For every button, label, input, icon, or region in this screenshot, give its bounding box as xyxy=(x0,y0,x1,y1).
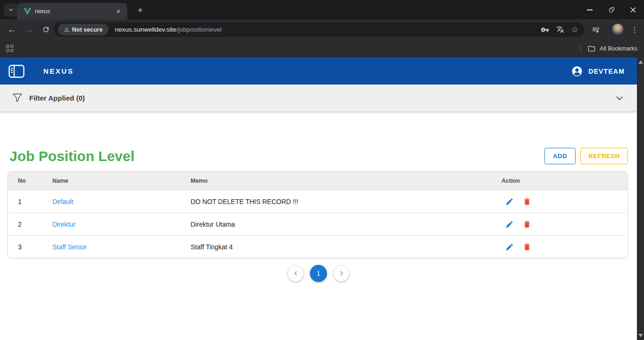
user-menu-button[interactable]: DEVTEAM xyxy=(571,66,625,77)
edit-button[interactable] xyxy=(505,220,514,229)
sidebar-toggle-button[interactable] xyxy=(6,62,27,81)
browser-menu-button[interactable]: ⋮ xyxy=(628,19,641,40)
cell-name-link[interactable]: Direktur xyxy=(52,221,191,228)
window-minimize-button[interactable] xyxy=(579,0,601,19)
filter-label: Filter Applied (0) xyxy=(29,94,85,102)
bookmark-star-button[interactable]: ☆ xyxy=(571,25,578,34)
cell-memo: DO NOT DELETE THIS RECORD !!! xyxy=(191,198,502,205)
trash-icon xyxy=(523,220,531,229)
restore-icon xyxy=(609,7,614,12)
window-restore-button[interactable] xyxy=(601,0,622,19)
window-controls xyxy=(579,0,644,19)
filter-expand-chevron-icon[interactable] xyxy=(614,93,625,103)
filter-bar[interactable]: Filter Applied (0) xyxy=(0,85,637,112)
table-row: 2 Direktur Direktur Utama xyxy=(8,212,627,235)
sidebar-panel-icon xyxy=(8,65,25,78)
edit-button[interactable] xyxy=(505,243,514,251)
refresh-button[interactable]: REFRESH xyxy=(580,148,628,164)
user-name: DEVTEAM xyxy=(588,68,625,75)
translate-button[interactable] xyxy=(556,26,564,34)
pagination-page-1-button[interactable]: 1 xyxy=(310,265,327,282)
pagination: 1 xyxy=(0,265,637,282)
delete-button[interactable] xyxy=(523,197,531,206)
table-row: 3 Staff Senior Staff Tingkat 4 xyxy=(8,235,627,258)
delete-button[interactable] xyxy=(523,220,531,229)
new-tab-button[interactable]: + xyxy=(134,4,146,17)
chevron-left-icon xyxy=(292,270,300,277)
all-bookmarks-button[interactable]: All Bookmarks xyxy=(580,40,637,58)
folder-icon xyxy=(588,45,595,52)
apps-grid-icon[interactable] xyxy=(6,45,14,52)
column-header-no: No xyxy=(18,178,52,184)
chevron-right-icon xyxy=(338,270,345,277)
browser-toolbar: ← → ⚠ Not secure nexus.sunwelldev.site/j… xyxy=(0,19,644,40)
trash-icon xyxy=(523,243,531,251)
column-header-memo: Memo xyxy=(191,178,502,184)
bookmarks-divider xyxy=(580,45,581,53)
cell-name-link[interactable]: Default xyxy=(52,198,191,205)
cell-no: 2 xyxy=(18,221,52,228)
translate-icon xyxy=(556,26,564,34)
address-bar[interactable]: ⚠ Not secure nexus.sunwelldev.site/jobpo… xyxy=(54,22,584,37)
bookmarks-bar: All Bookmarks xyxy=(0,40,644,58)
tab-title: nexus xyxy=(35,8,114,15)
tab-close-icon[interactable]: × xyxy=(114,7,123,16)
password-key-button[interactable] xyxy=(541,26,549,34)
url-path: /jobpositionlevel xyxy=(176,26,222,33)
page-viewport: NEXUS DEVTEAM Filter Applied (0) Job P xyxy=(0,58,644,340)
pagination-prev-button[interactable] xyxy=(288,266,303,281)
column-header-action: Action xyxy=(502,178,627,184)
chevron-down-icon xyxy=(8,7,14,13)
add-button[interactable]: ADD xyxy=(544,148,576,164)
security-chip[interactable]: ⚠ Not secure xyxy=(58,24,109,35)
security-chip-label: Not secure xyxy=(72,26,103,33)
cell-no: 3 xyxy=(18,243,52,251)
edit-button[interactable] xyxy=(505,197,514,206)
reload-button[interactable] xyxy=(38,19,54,40)
queue-music-icon xyxy=(592,26,600,34)
queue-music-extension-button[interactable] xyxy=(592,26,600,34)
all-bookmarks-label: All Bookmarks xyxy=(600,45,637,52)
back-button[interactable]: ← xyxy=(4,19,20,40)
cell-name-link[interactable]: Staff Senior xyxy=(52,243,191,251)
scroll-up-arrow-icon[interactable] xyxy=(638,60,643,64)
omnibox-icons: ☆ xyxy=(541,25,578,34)
trash-icon xyxy=(523,197,531,206)
main-content: Job Position Level ADD REFRESH No Name M… xyxy=(0,148,637,282)
data-table: No Name Memo Action 1 Default DO NOT DEL… xyxy=(8,171,628,258)
column-header-name: Name xyxy=(52,178,191,184)
cell-no: 1 xyxy=(18,198,52,205)
close-icon xyxy=(630,7,636,13)
page-title: Job Position Level xyxy=(9,148,134,164)
url-domain: nexus.sunwelldev.site xyxy=(115,26,176,33)
window-close-button[interactable] xyxy=(622,0,644,19)
pencil-icon xyxy=(505,243,514,251)
forward-button[interactable]: → xyxy=(21,19,37,40)
warning-icon: ⚠ xyxy=(64,27,69,33)
reload-icon xyxy=(42,26,50,34)
filter-funnel-icon xyxy=(13,94,22,102)
url-text: nexus.sunwelldev.site/jobpositionlevel xyxy=(115,26,540,33)
scroll-down-arrow-icon[interactable] xyxy=(638,334,643,337)
cell-memo: Direktur Utama xyxy=(191,221,502,228)
vue-favicon-icon xyxy=(24,8,31,15)
minimize-icon xyxy=(587,9,593,10)
brand-title: NEXUS xyxy=(43,67,74,75)
browser-tab[interactable]: nexus × xyxy=(17,3,127,19)
cell-memo: Staff Tingkat 4 xyxy=(191,243,502,251)
table-row: 1 Default DO NOT DELETE THIS RECORD !!! xyxy=(8,190,627,212)
delete-button[interactable] xyxy=(523,243,531,251)
page-scrollbar[interactable] xyxy=(637,58,644,340)
app-bar: NEXUS DEVTEAM xyxy=(0,58,637,85)
browser-chrome: nexus × + ← → ⚠ Not secure nexus.sunwell xyxy=(0,0,644,58)
pencil-icon xyxy=(505,197,514,206)
account-circle-icon xyxy=(571,66,583,77)
tab-search-button[interactable] xyxy=(4,3,18,17)
pencil-icon xyxy=(505,220,514,229)
pagination-next-button[interactable] xyxy=(334,266,349,281)
profile-avatar[interactable] xyxy=(611,23,624,36)
table-header-row: No Name Memo Action xyxy=(8,171,627,190)
key-icon xyxy=(541,26,549,34)
tab-strip: nexus × + xyxy=(0,0,644,19)
